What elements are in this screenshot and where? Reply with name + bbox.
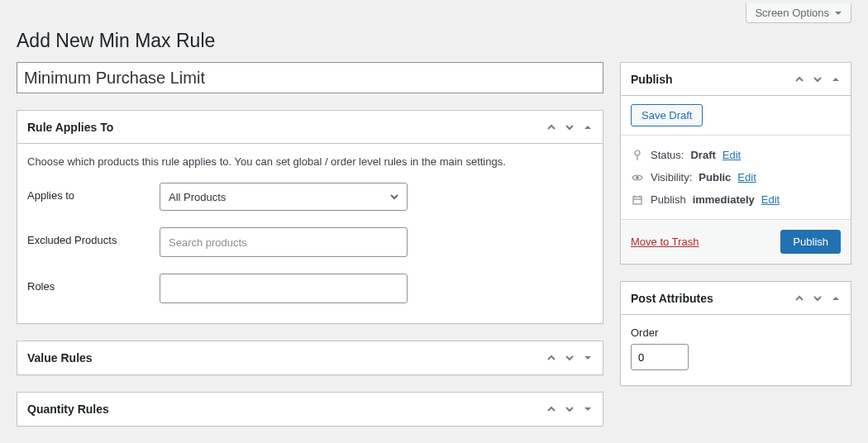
value-rules-heading: Value Rules bbox=[27, 351, 93, 364]
publish-heading: Publish bbox=[631, 73, 673, 86]
value-rules-box: Value Rules bbox=[17, 341, 603, 375]
calendar-icon bbox=[631, 195, 644, 205]
svg-point-0 bbox=[635, 150, 640, 155]
status-value: Draft bbox=[690, 149, 715, 161]
toggle-panel-icon[interactable] bbox=[583, 122, 593, 132]
move-up-icon[interactable] bbox=[794, 293, 804, 303]
schedule-edit-link[interactable]: Edit bbox=[761, 193, 780, 206]
move-down-icon[interactable] bbox=[813, 293, 823, 303]
schedule-value: immediately bbox=[693, 193, 755, 206]
move-down-icon[interactable] bbox=[565, 404, 575, 414]
excluded-products-input[interactable] bbox=[160, 227, 408, 257]
schedule-label: Publish bbox=[651, 193, 686, 206]
toggle-panel-icon[interactable] bbox=[583, 353, 593, 363]
status-edit-link[interactable]: Edit bbox=[723, 149, 741, 161]
toggle-panel-icon[interactable] bbox=[831, 293, 841, 303]
roles-input[interactable] bbox=[160, 274, 408, 303]
quantity-rules-heading: Quantity Rules bbox=[27, 403, 109, 416]
move-up-icon[interactable] bbox=[546, 122, 556, 132]
move-down-icon[interactable] bbox=[813, 74, 823, 84]
move-down-icon[interactable] bbox=[565, 353, 575, 363]
applies-to-select[interactable]: All Products bbox=[160, 183, 408, 211]
move-up-icon[interactable] bbox=[546, 404, 556, 414]
post-title-input[interactable] bbox=[17, 62, 603, 93]
visibility-label: Visibility: bbox=[651, 171, 692, 183]
svg-point-2 bbox=[636, 176, 639, 179]
post-attributes-box: Post Attributes Order bbox=[620, 281, 851, 386]
move-down-icon[interactable] bbox=[565, 122, 575, 132]
post-attributes-heading: Post Attributes bbox=[631, 292, 713, 305]
publish-button[interactable]: Publish bbox=[780, 230, 841, 254]
order-label: Order bbox=[631, 326, 841, 339]
visibility-value: Public bbox=[699, 171, 731, 183]
svg-rect-3 bbox=[633, 197, 641, 204]
publish-box: Publish Save Draft Status: Draft Edit bbox=[620, 62, 851, 264]
quantity-rules-box: Quantity Rules bbox=[17, 392, 603, 426]
save-draft-button[interactable]: Save Draft bbox=[631, 104, 703, 126]
pin-icon bbox=[631, 150, 644, 161]
rule-applies-to-description: Choose which products this rule applies … bbox=[27, 155, 593, 168]
eye-icon bbox=[631, 174, 644, 182]
roles-label: Roles bbox=[27, 274, 160, 293]
move-to-trash-link[interactable]: Move to Trash bbox=[631, 236, 699, 248]
toggle-panel-icon[interactable] bbox=[583, 404, 593, 414]
visibility-edit-link[interactable]: Edit bbox=[737, 171, 756, 183]
page-title: Add New Min Max Rule bbox=[17, 26, 851, 62]
order-input[interactable] bbox=[631, 344, 689, 370]
caret-down-icon bbox=[834, 9, 842, 17]
excluded-products-label: Excluded Products bbox=[27, 227, 160, 246]
move-up-icon[interactable] bbox=[794, 74, 804, 84]
rule-applies-to-heading: Rule Applies To bbox=[27, 121, 113, 134]
status-label: Status: bbox=[651, 149, 684, 161]
screen-options-toggle[interactable]: Screen Options bbox=[746, 3, 851, 23]
toggle-panel-icon[interactable] bbox=[831, 74, 841, 84]
applies-to-label: Applies to bbox=[27, 183, 160, 202]
rule-applies-to-box: Rule Applies To Choose which products th… bbox=[17, 110, 603, 324]
screen-options-label: Screen Options bbox=[755, 7, 829, 19]
move-up-icon[interactable] bbox=[546, 353, 556, 363]
